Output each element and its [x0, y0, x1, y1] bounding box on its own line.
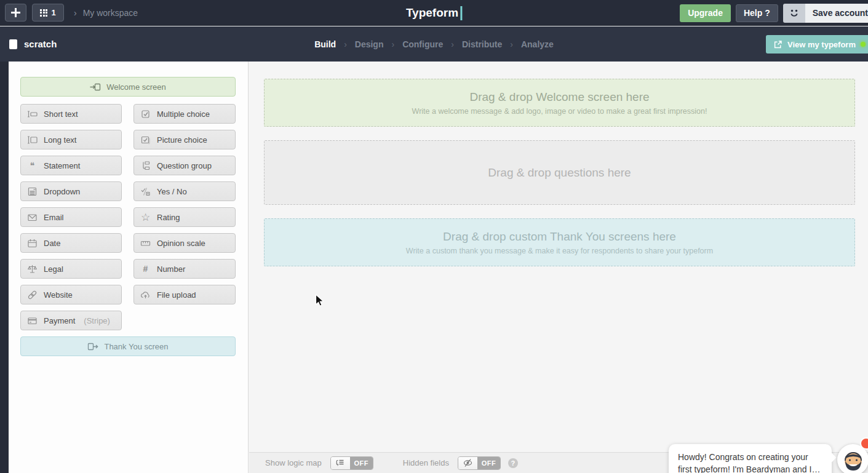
field-type-grid: Short text Multiple choice Long text Pic…	[20, 104, 236, 356]
field-date[interactable]: Date	[20, 233, 122, 253]
field-label: Email	[44, 213, 64, 222]
chevron-icon: ›	[74, 8, 77, 18]
short-text-icon	[27, 109, 38, 119]
field-payment-suffix: (Stripe)	[84, 316, 110, 325]
field-label: Long text	[44, 135, 77, 145]
upgrade-button[interactable]: Upgrade	[680, 4, 731, 22]
field-label: Multiple choice	[157, 109, 210, 119]
field-yes-no[interactable]: Yes / No	[133, 181, 236, 201]
chevron-icon: ›	[451, 39, 454, 49]
statement-quote-icon: ❝	[27, 161, 38, 170]
beardyman-avatar-icon	[840, 447, 866, 473]
tab-distribute[interactable]: Distribute	[462, 39, 502, 49]
field-label: Question group	[157, 161, 212, 170]
chevron-icon: ›	[510, 39, 513, 49]
ruler-icon	[140, 238, 151, 248]
field-long-text[interactable]: Long text	[20, 130, 122, 149]
breadcrumb: › My workspace	[74, 8, 138, 18]
help-button[interactable]: Help ?	[736, 4, 778, 22]
workspace-grid-button[interactable]: 1	[32, 4, 64, 22]
multiple-choice-icon	[140, 109, 151, 119]
field-label: Opinion scale	[157, 239, 205, 248]
credit-card-icon	[27, 316, 38, 326]
live-status-dot	[861, 42, 866, 47]
link-icon	[27, 290, 38, 300]
drop-zone-subtitle: Write a custom thank you message & make …	[406, 247, 713, 255]
workspace-link[interactable]: My workspace	[83, 8, 138, 18]
scales-icon	[27, 264, 38, 274]
field-picture-choice[interactable]: Picture choice	[133, 130, 236, 149]
view-my-typeform-label: View my typeform	[787, 40, 856, 49]
tab-build[interactable]: Build	[314, 39, 336, 49]
workspace-count: 1	[51, 8, 55, 17]
yes-no-icon	[140, 186, 151, 197]
form-identity: scratch	[0, 39, 57, 49]
field-label: Website	[44, 290, 73, 300]
topbar-actions: Upgrade Help ? Save account	[680, 0, 868, 26]
text-cursor	[460, 6, 462, 20]
chat-message-line2: first typeform! I'm Beardyman and I…	[678, 463, 826, 473]
view-my-typeform-button[interactable]: View my typeform	[766, 35, 868, 54]
field-multiple-choice[interactable]: Multiple choice	[133, 104, 236, 124]
field-payment[interactable]: Payment (Stripe)	[20, 311, 122, 330]
help-circle-icon[interactable]: ?	[508, 458, 518, 468]
welcome-drop-zone[interactable]: Drag & drop Welcome screen here Write a …	[264, 79, 855, 127]
field-number[interactable]: # Number	[133, 259, 236, 279]
external-link-icon	[773, 40, 782, 49]
arrow-into-box-icon	[90, 82, 101, 92]
hidden-fields-label: Hidden fields	[403, 458, 449, 467]
field-opinion-scale[interactable]: Opinion scale	[133, 233, 236, 253]
plus-icon	[11, 8, 20, 17]
field-label: File upload	[157, 290, 196, 300]
questions-drop-zone[interactable]: Drag & drop questions here	[264, 140, 855, 205]
field-label: Yes / No	[157, 187, 187, 196]
tab-configure[interactable]: Configure	[402, 39, 443, 49]
field-label: Number	[157, 264, 185, 274]
field-email[interactable]: Email	[20, 207, 122, 227]
form-title-input[interactable]: Typeform	[406, 0, 462, 26]
welcome-screen-label: Welcome screen	[106, 82, 166, 92]
field-website[interactable]: Website	[20, 285, 122, 304]
long-text-icon	[27, 135, 38, 145]
hash-icon: #	[140, 264, 151, 273]
form-canvas: Drag & drop Welcome screen here Write a …	[249, 62, 868, 473]
field-palette-sidebar: Welcome screen Short text Multiple choic…	[9, 62, 249, 473]
field-label: Picture choice	[157, 135, 207, 145]
chat-message-bubble[interactable]: Howdy! Congrats on creating your first t…	[669, 444, 832, 473]
picture-choice-icon	[140, 135, 151, 145]
field-label: Rating	[157, 213, 180, 222]
tab-design[interactable]: Design	[355, 39, 384, 49]
form-page-icon	[9, 39, 17, 49]
thank-you-drop-zone[interactable]: Drag & drop custom Thank You screens her…	[264, 218, 855, 266]
save-account-button[interactable]: Save account	[783, 4, 868, 23]
form-name: scratch	[24, 39, 57, 49]
hidden-fields-toggle-state: OFF	[477, 457, 500, 469]
field-label: Statement	[44, 161, 80, 170]
envelope-icon	[27, 212, 38, 223]
eye-slash-icon	[458, 457, 477, 469]
calendar-icon	[27, 238, 38, 248]
thank-you-screen-button[interactable]: Thank You screen	[20, 336, 236, 356]
field-question-group[interactable]: Question group	[133, 156, 236, 175]
tab-analyze[interactable]: Analyze	[521, 39, 554, 49]
field-statement[interactable]: ❝ Statement	[20, 156, 122, 175]
smiley-icon	[783, 4, 805, 23]
field-file-upload[interactable]: File upload	[133, 285, 236, 304]
logic-map-icon	[331, 457, 350, 469]
field-legal[interactable]: Legal	[20, 259, 122, 279]
question-group-icon	[140, 161, 151, 171]
logic-map-label: Show logic map	[265, 458, 322, 467]
hidden-fields-toggle[interactable]: OFF	[458, 456, 501, 470]
chat-message-line1: Howdy! Congrats on creating your	[678, 451, 826, 463]
chevron-icon: ›	[391, 39, 394, 49]
new-typeform-button[interactable]	[5, 4, 26, 22]
logic-map-toggle-state: OFF	[350, 457, 373, 469]
field-dropdown[interactable]: Dropdown	[20, 181, 122, 201]
welcome-screen-button[interactable]: Welcome screen	[20, 77, 236, 97]
field-rating[interactable]: ☆ Rating	[133, 207, 236, 227]
logic-map-toggle[interactable]: OFF	[330, 456, 373, 470]
save-account-label: Save account	[805, 4, 868, 23]
field-short-text[interactable]: Short text	[20, 104, 122, 124]
grid-icon	[40, 9, 47, 17]
thank-you-screen-label: Thank You screen	[104, 342, 168, 351]
